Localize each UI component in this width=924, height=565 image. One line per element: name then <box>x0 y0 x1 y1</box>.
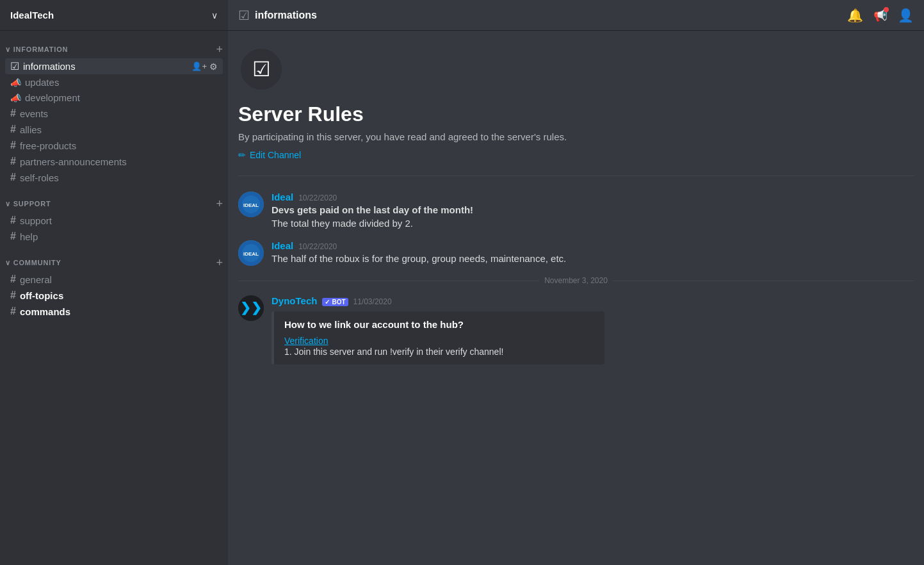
channel-name-allies: allies <box>20 124 218 135</box>
message-group-msg2: IDEAL Ideal10/22/2020The half of the rob… <box>238 240 914 266</box>
svg-text:IDEAL: IDEAL <box>243 202 259 208</box>
channel-avatar: ☑ <box>238 46 284 92</box>
bot-message-content: DynoTech✓ BOT11/03/2020How to we link ou… <box>272 295 914 364</box>
channel-active-actions: 👤+⚙ <box>191 61 218 72</box>
channel-item-self-roles[interactable]: #self-roles <box>5 170 223 185</box>
section-support: ∨ SUPPORT+#support#help <box>0 188 228 244</box>
channel-item-general[interactable]: #general <box>5 272 223 287</box>
embed-link[interactable]: Verification <box>284 335 594 347</box>
channel-avatar-checkmark-icon: ☑ <box>252 57 271 81</box>
channel-item-help[interactable]: #help <box>5 229 223 244</box>
message-text: The total they made divided by 2. <box>272 217 914 231</box>
announce-channel-icon: 📣 <box>10 93 21 103</box>
hash-channel-icon: # <box>10 124 16 135</box>
channel-header-description: By participating in this server, you hav… <box>238 131 914 142</box>
section-header-community[interactable]: ∨ COMMUNITY+ <box>0 247 228 271</box>
channel-item-support[interactable]: #support <box>5 213 223 228</box>
mention-icon-wrap: 📢 <box>873 8 888 22</box>
channel-name-informations: informations <box>23 61 191 72</box>
channels-list: ∨ INFORMATION+☑informations👤+⚙📣updates📣d… <box>0 31 228 320</box>
date-separator: November 3, 2020 <box>238 276 914 285</box>
hash-channel-icon: # <box>10 172 16 183</box>
hash-channel-icon: # <box>10 290 16 301</box>
separator-line-right <box>613 281 914 281</box>
section-title-support: ∨ SUPPORT <box>5 200 51 208</box>
separator-line-left <box>238 281 539 281</box>
channel-header: ☑ Server Rules By participating in this … <box>238 46 914 160</box>
person-icon-wrap: 👤 <box>898 8 914 23</box>
channel-item-informations[interactable]: ☑informations👤+⚙ <box>5 58 223 74</box>
edit-channel-label: Edit Channel <box>250 150 301 160</box>
bell-icon-wrap: 🔔 <box>847 8 863 23</box>
message-header: Ideal10/22/2020 <box>272 192 914 202</box>
hash-channel-icon: # <box>10 215 16 226</box>
channel-item-commands[interactable]: #commands <box>5 304 223 319</box>
chat-area: ☑ Server Rules By participating in this … <box>228 31 924 565</box>
bot-check-icon: ✓ <box>325 299 330 306</box>
channel-name-events: events <box>20 108 218 119</box>
section-title-information: ∨ INFORMATION <box>5 45 68 54</box>
message-header: Ideal10/22/2020 <box>272 240 914 251</box>
topbar-left: ☑ informations <box>238 8 317 23</box>
person-icon[interactable]: 👤 <box>898 8 914 23</box>
topbar: ☑ informations 🔔 📢 👤 <box>228 0 924 31</box>
channel-item-partners-announcements[interactable]: #partners-announcements <box>5 154 223 169</box>
hash-channel-icon: # <box>10 108 16 119</box>
hash-channel-icon: # <box>10 306 16 317</box>
channel-name-help: help <box>20 231 218 242</box>
add-member-button[interactable]: 👤+ <box>191 61 207 72</box>
gear-button[interactable]: ⚙ <box>209 61 218 72</box>
channel-item-development[interactable]: 📣development <box>5 90 223 105</box>
rules-channel-icon: ☑ <box>10 60 19 72</box>
server-name: IdealTech <box>10 10 54 20</box>
section-header-information[interactable]: ∨ INFORMATION+ <box>0 33 228 58</box>
server-chevron-icon: ∨ <box>211 10 218 20</box>
topbar-channel-name: informations <box>255 10 317 21</box>
section-community: ∨ COMMUNITY+#general#off-topics#commands <box>0 247 228 319</box>
svg-text:❯❯: ❯❯ <box>240 300 262 315</box>
edit-channel-button[interactable]: ✏ Edit Channel <box>238 150 301 160</box>
message-content: Ideal10/22/2020Devs gets paid on the las… <box>272 192 914 230</box>
bot-author[interactable]: DynoTech <box>272 295 317 306</box>
channel-name-updates: updates <box>25 77 218 88</box>
hash-channel-icon: # <box>10 156 16 167</box>
message-author[interactable]: Ideal <box>272 192 293 202</box>
hash-channel-icon: # <box>10 231 16 242</box>
message-embed: How to we link our account to the hub?Ve… <box>272 311 604 364</box>
message-group-msg1: IDEAL Ideal10/22/2020Devs gets paid on t… <box>238 192 914 230</box>
channel-item-free-products[interactable]: #free-products <box>5 138 223 153</box>
section-add-support[interactable]: + <box>216 198 223 209</box>
section-header-support[interactable]: ∨ SUPPORT+ <box>0 188 228 212</box>
section-add-information[interactable]: + <box>216 44 223 55</box>
hash-channel-icon: # <box>10 140 16 151</box>
main-content: ☑ informations 🔔 📢 👤 ☑ Server Rules By p… <box>228 0 924 565</box>
message-author[interactable]: Ideal <box>272 240 293 251</box>
bot-message-header: DynoTech✓ BOT11/03/2020 <box>272 295 914 306</box>
pencil-icon: ✏ <box>238 150 246 160</box>
messages-container: IDEAL Ideal10/22/2020Devs gets paid on t… <box>238 192 914 364</box>
verification-link[interactable]: Verification <box>284 336 328 346</box>
message-timestamp: 10/22/2020 <box>298 242 337 251</box>
channel-name-support: support <box>20 215 218 226</box>
channel-name-free-products: free-products <box>20 140 218 151</box>
section-add-community[interactable]: + <box>216 257 223 268</box>
channel-name-commands: commands <box>20 306 218 317</box>
bot-timestamp: 11/03/2020 <box>353 297 392 306</box>
channel-item-updates[interactable]: 📣updates <box>5 75 223 90</box>
notification-dot <box>884 7 889 12</box>
message-content: Ideal10/22/2020The half of the robux is … <box>272 240 914 266</box>
bot-message-group: ❯❯ DynoTech✓ BOT11/03/2020How to we link… <box>238 295 914 364</box>
message-text: The half of the robux is for the group, … <box>272 252 914 266</box>
section-title-community: ∨ COMMUNITY <box>5 259 61 267</box>
channel-item-allies[interactable]: #allies <box>5 122 223 137</box>
channel-divider <box>238 176 914 176</box>
server-header[interactable]: IdealTech ∨ <box>0 0 228 31</box>
svg-text:IDEAL: IDEAL <box>243 251 259 257</box>
channel-name-off-topics: off-topics <box>20 290 218 301</box>
section-information: ∨ INFORMATION+☑informations👤+⚙📣updates📣d… <box>0 33 228 185</box>
channel-item-events[interactable]: #events <box>5 106 223 121</box>
channel-item-off-topics[interactable]: #off-topics <box>5 288 223 303</box>
bell-icon[interactable]: 🔔 <box>847 8 863 23</box>
bot-badge: ✓ BOT <box>322 298 348 306</box>
topbar-channel-icon: ☑ <box>238 8 250 23</box>
